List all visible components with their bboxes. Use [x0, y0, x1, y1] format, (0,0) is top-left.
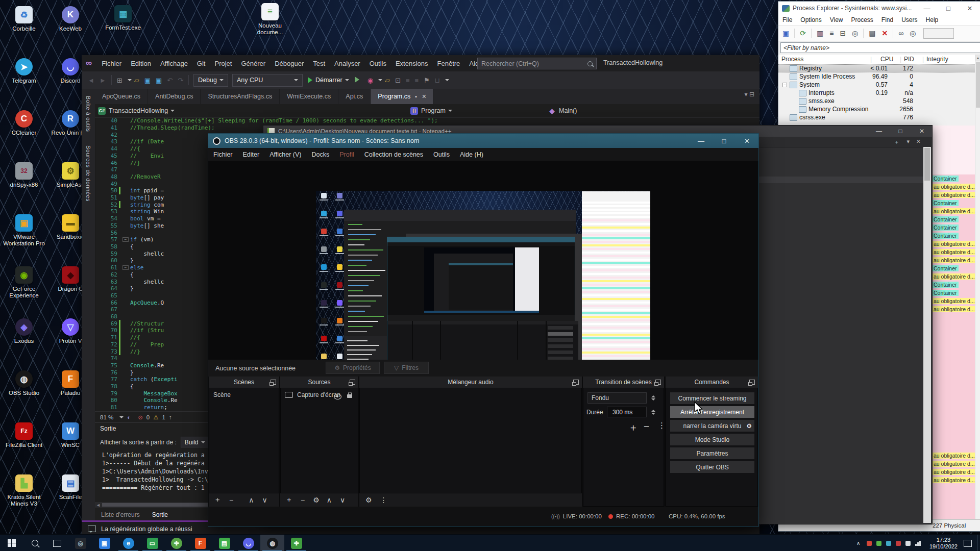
- source-properties-button[interactable]: ⚙: [313, 496, 320, 504]
- vs-undo-icon[interactable]: ↶: [167, 77, 173, 84]
- find-window-target-icon[interactable]: ◎: [910, 29, 916, 37]
- procexp-menu-options[interactable]: Options: [796, 16, 825, 23]
- taskbar-app-microsoft-store[interactable]: ▣: [92, 535, 116, 551]
- popout-icon[interactable]: [655, 380, 661, 385]
- desktop-icon-obs-studio[interactable]: ◍OBS Studio: [0, 367, 48, 419]
- procexp-menu-find[interactable]: Find: [877, 16, 897, 23]
- mixer-settings-icon[interactable]: ⚙: [365, 496, 372, 504]
- vs-tab-wmiexecutecs[interactable]: WmiExecute.cs: [280, 89, 338, 104]
- tray-expand-icon[interactable]: ∧: [856, 540, 860, 546]
- vs-menu-outils[interactable]: Outils: [365, 60, 391, 67]
- procexp-maximize-button[interactable]: □: [938, 2, 959, 15]
- vs-zoom-level[interactable]: 81 %: [100, 414, 113, 420]
- obs-menu-docks[interactable]: Docks: [306, 151, 334, 158]
- close-icon[interactable]: ✕: [422, 93, 426, 100]
- vs-tab-apics[interactable]: Api.cs: [338, 89, 371, 104]
- vs-start-button[interactable]: Démarrer: [308, 74, 349, 86]
- start-button[interactable]: [0, 535, 23, 551]
- vs-menu-affichage[interactable]: Affichage: [156, 60, 192, 67]
- vs-menu-fenetre[interactable]: Fenêtre: [433, 60, 465, 67]
- vs-profiler-icon[interactable]: ◉: [368, 77, 373, 84]
- obs-filters-button[interactable]: ▽ Filtres: [384, 362, 429, 374]
- vs-start-without-debug-icon[interactable]: [355, 77, 359, 83]
- obs-command-commencer-le-streaming[interactable]: Commencer le streaming: [670, 392, 754, 404]
- add-source-button[interactable]: ＋: [285, 495, 292, 505]
- obs-maximize-button[interactable]: □: [713, 134, 736, 148]
- vs-menu-test[interactable]: Test: [308, 60, 330, 67]
- obs-minimize-button[interactable]: —: [690, 134, 713, 148]
- procexp-menu-help[interactable]: Help: [922, 16, 943, 23]
- taskbar-app-leaf-app[interactable]: ✚: [284, 535, 308, 551]
- save-icon[interactable]: ▣: [782, 29, 789, 37]
- process-row[interactable]: System Idle Process96.490: [778, 72, 975, 81]
- obs-command-narrer-la-camera-virtu[interactable]: narrer la caméra virtu⚙: [670, 420, 754, 432]
- vs-tabwell-overflow-icon[interactable]: ▾ ⊟: [745, 91, 754, 98]
- notepad-minimize-button[interactable]: —: [869, 126, 889, 137]
- vs-platform-select[interactable]: Any CPU: [232, 74, 303, 87]
- notepad-newtab-button[interactable]: ＋: [894, 138, 899, 146]
- obs-command-quitter-obs[interactable]: Quitter OBS: [670, 461, 754, 473]
- vs-toolbox-tab[interactable]: Boîte à outils: [85, 96, 91, 132]
- vs-warning-icon[interactable]: ⚠: [153, 414, 158, 421]
- network-icon[interactable]: [915, 541, 921, 546]
- vs-output-source-select[interactable]: Build: [181, 437, 209, 447]
- vs-tab-programcs[interactable]: Program.cs▪✕: [371, 89, 434, 104]
- taskbar-app-clover-app[interactable]: ✚: [164, 535, 188, 551]
- vs-save-icon[interactable]: ▣: [144, 77, 151, 84]
- desktop-icon-exodus[interactable]: ◈Exodus: [0, 315, 48, 367]
- remove-scene-button[interactable]: −: [229, 496, 233, 504]
- procexp-vscrollbar[interactable]: ▲: [975, 55, 980, 520]
- desktop-icon-ccleaner[interactable]: CCCleaner: [0, 107, 48, 159]
- scene-up-button[interactable]: ∧: [249, 496, 254, 504]
- transition-menu-icon[interactable]: ⋮: [658, 421, 666, 430]
- vs-nav-back-icon[interactable]: ◄: [88, 77, 94, 84]
- show-process-tree-icon[interactable]: ≡: [829, 29, 834, 37]
- fold-icon[interactable]: −: [122, 237, 129, 242]
- vs-redo-icon[interactable]: ↷: [178, 77, 183, 84]
- vs-data-sources-tab[interactable]: Sources de données: [85, 145, 91, 202]
- vs-menu-deboguer[interactable]: Déboguer: [270, 60, 308, 67]
- vs-menu-fichier[interactable]: Fichier: [97, 60, 126, 67]
- transition-type-select[interactable]: Fondu: [587, 392, 647, 404]
- process-row[interactable]: −System0.574: [778, 81, 975, 89]
- remove-source-button[interactable]: −: [301, 496, 305, 504]
- vs-jump-up-icon[interactable]: ↑: [169, 414, 172, 420]
- scene-down-button[interactable]: ∨: [262, 496, 267, 504]
- procexp-minimize-button[interactable]: —: [916, 2, 938, 15]
- mixer-menu-icon[interactable]: ⋮: [380, 496, 387, 504]
- obs-menu-profil[interactable]: Profil: [334, 151, 359, 158]
- taskbar-app-obs-studio[interactable]: ◍: [260, 535, 284, 551]
- procexp-filter-input[interactable]: <Filter by name>: [780, 42, 980, 53]
- obs-command-arreter-lenregistrement[interactable]: Arrêter l'enregistrement: [670, 406, 754, 418]
- popout-icon[interactable]: [573, 380, 579, 385]
- refresh-icon[interactable]: ⟳: [800, 29, 806, 37]
- breadcrumb-project[interactable]: TransactedHollowing: [109, 107, 168, 114]
- pin-icon[interactable]: ▪: [415, 93, 417, 99]
- vs-bookmark-icon[interactable]: ⚑: [424, 77, 430, 84]
- breadcrumb-type[interactable]: Program: [421, 107, 446, 114]
- obs-command-parametres[interactable]: Paramètres: [670, 447, 754, 459]
- tray-record-icon[interactable]: [867, 541, 872, 546]
- scene-item[interactable]: Scène: [209, 388, 279, 398]
- vs-menu-git[interactable]: Git: [192, 60, 210, 67]
- remove-transition-button[interactable]: −: [644, 421, 649, 432]
- notepad-tablist-button[interactable]: ▾: [906, 138, 910, 145]
- desktop-icon-geforce-experience[interactable]: ◉GeForce Experience: [0, 263, 48, 315]
- tray-error-icon[interactable]: [896, 541, 901, 546]
- process-row[interactable]: csrss.exe776: [778, 113, 975, 121]
- notepad-close-button[interactable]: ✕: [912, 126, 932, 137]
- view-dlls-icon[interactable]: ◎: [852, 29, 858, 37]
- vs-search-box[interactable]: Rechercher (Ctrl+Q): [477, 58, 597, 69]
- obs-title-bar[interactable]: OBS 28.0.3 (64-bit, windows) - Profil: S…: [208, 134, 758, 148]
- show-desktop-button[interactable]: [977, 535, 980, 551]
- obs-menu-fichier[interactable]: Fichier: [208, 151, 238, 158]
- taskbar-search-button[interactable]: [23, 540, 46, 546]
- tray-sync-icon[interactable]: [886, 541, 891, 546]
- vs-menu-projet[interactable]: Projet: [210, 60, 236, 67]
- tray-shield-icon[interactable]: [876, 541, 881, 546]
- source-up-button[interactable]: ∧: [327, 496, 332, 504]
- desktop-icon-telegram[interactable]: ➤Telegram: [0, 55, 48, 107]
- desktop-icon-nouveau-document[interactable]: ≡Nouveau docume...: [242, 3, 298, 36]
- vs-error-icon[interactable]: ⊘: [138, 414, 143, 421]
- visibility-eye-icon[interactable]: [334, 394, 341, 399]
